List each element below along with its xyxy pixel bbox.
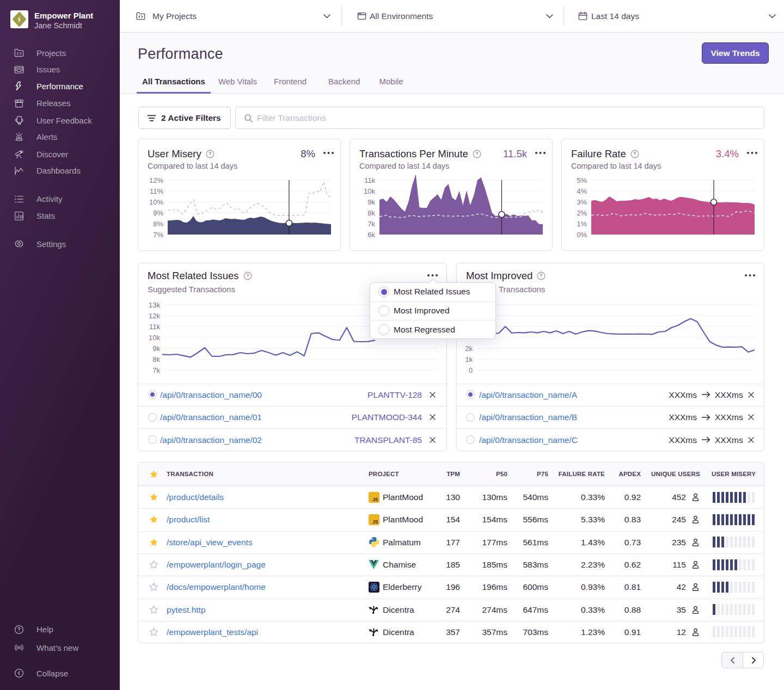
svg-text:0%: 0% bbox=[577, 231, 587, 239]
svg-text:10k: 10k bbox=[149, 334, 160, 342]
svg-text:JS: JS bbox=[372, 496, 378, 502]
svg-text:8k: 8k bbox=[152, 355, 160, 364]
svg-text:8%: 8% bbox=[153, 220, 163, 228]
svg-text:11%: 11% bbox=[150, 187, 163, 195]
svg-text:12%: 12% bbox=[149, 176, 163, 184]
svg-text:1k: 1k bbox=[465, 355, 473, 364]
svg-text:12k: 12k bbox=[149, 312, 160, 320]
svg-text:7k: 7k bbox=[152, 366, 160, 374]
svg-text:11k: 11k bbox=[364, 176, 375, 184]
svg-text:7k: 7k bbox=[367, 220, 375, 228]
svg-text:9k: 9k bbox=[152, 344, 160, 353]
svg-text:0: 0 bbox=[469, 366, 473, 374]
svg-text:11k: 11k bbox=[149, 323, 160, 331]
svg-text:1%: 1% bbox=[577, 220, 587, 228]
svg-text:5%: 5% bbox=[577, 176, 587, 184]
svg-text:7%: 7% bbox=[153, 231, 163, 239]
svg-text:JS: JS bbox=[372, 519, 378, 524]
svg-text:2k: 2k bbox=[465, 344, 473, 353]
svg-text:6k: 6k bbox=[367, 231, 375, 239]
svg-text:10%: 10% bbox=[149, 198, 163, 206]
svg-text:13k: 13k bbox=[149, 301, 160, 309]
svg-text:9k: 9k bbox=[367, 198, 375, 206]
svg-text:9%: 9% bbox=[153, 209, 163, 217]
svg-text:8k: 8k bbox=[367, 209, 375, 217]
svg-text:10k: 10k bbox=[364, 187, 375, 195]
svg-text:2%: 2% bbox=[577, 209, 587, 217]
svg-text:3%: 3% bbox=[577, 198, 587, 206]
svg-text:4%: 4% bbox=[577, 187, 587, 195]
